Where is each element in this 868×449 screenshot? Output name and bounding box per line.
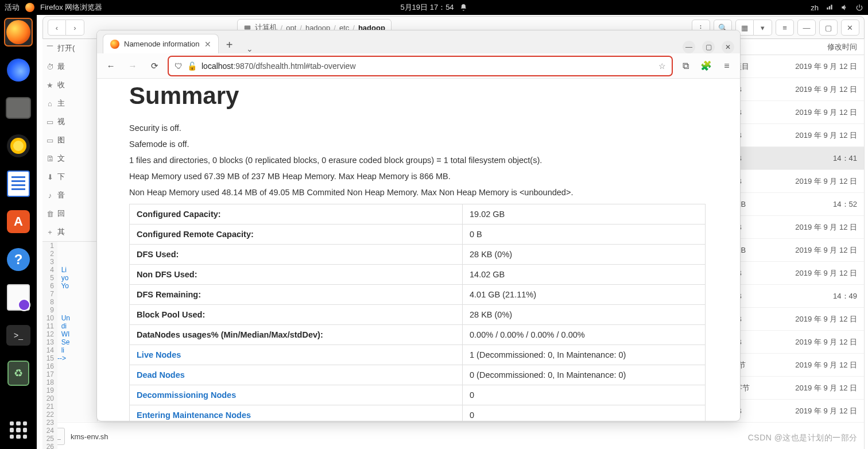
close-tab-icon[interactable]: ✕ xyxy=(204,40,211,49)
show-applications[interactable] xyxy=(10,421,27,439)
sidebar-item[interactable]: ⏱最 xyxy=(42,57,97,76)
file-mtime: 2019 年 9 月 12 日 xyxy=(784,268,864,278)
sidebar-item-label: 文 xyxy=(57,153,65,164)
window-close[interactable]: ✕ xyxy=(722,41,734,53)
summary-link[interactable]: Live Nodes xyxy=(137,350,181,359)
reload-button[interactable]: ⟳ xyxy=(146,58,162,74)
bookmark-star-icon[interactable]: ☆ xyxy=(658,61,666,71)
file-mtime: 2019 年 9 月 12 日 xyxy=(784,222,864,233)
summary-key: Configured Remote Capacity: xyxy=(130,225,463,245)
file-mtime: 14：49 xyxy=(784,291,864,301)
dock-writer[interactable] xyxy=(5,170,32,198)
dock-terminal[interactable]: >_ xyxy=(5,322,32,349)
dock-gedit[interactable] xyxy=(5,284,32,311)
summary-key: Configured Capacity: xyxy=(130,204,463,225)
file-row[interactable]: >_kms-env.sh xyxy=(43,423,864,449)
firefox-icon xyxy=(6,20,30,44)
url-rest: :9870/dfshealth.html#tab-overview xyxy=(233,61,355,71)
sidebar-item[interactable]: ★收 xyxy=(42,76,97,94)
app-menu-icon[interactable]: ≡ xyxy=(719,59,734,73)
summary-key: Block Pool Used: xyxy=(130,305,463,325)
sidebar-item[interactable]: 🖺文 xyxy=(42,149,97,168)
file-mtime: 2019 年 9 月 12 日 xyxy=(784,383,864,393)
tab-strip: Namenode information ✕ + ⌄ — ▢ ✕ xyxy=(97,30,740,53)
watermark: CSDN @这也是计划的一部分 xyxy=(748,433,858,443)
sidebar-icon: ♪ xyxy=(46,191,54,200)
files-icon xyxy=(6,97,31,119)
code-line: 19 xyxy=(42,386,97,394)
nonheap-memory: Non Heap Memory used 48.14 MB of 49.05 M… xyxy=(129,188,706,197)
input-language[interactable]: zh xyxy=(811,3,819,12)
col-mtime[interactable]: 修改时间 xyxy=(784,42,864,52)
table-row: DFS Used:28 KB (0%) xyxy=(130,245,706,265)
sidebar-item[interactable]: ⌂主 xyxy=(42,94,97,113)
sidebar-item[interactable]: ♪音 xyxy=(42,186,97,204)
summary-table: Configured Capacity:19.02 GBConfigured R… xyxy=(129,204,706,421)
back-button[interactable]: ← xyxy=(103,58,119,74)
network-icon[interactable] xyxy=(826,3,834,11)
code-line: 15--> xyxy=(42,354,97,362)
sidebar-icon: ⏱ xyxy=(46,63,54,71)
sidebar-item-label: 最 xyxy=(57,61,65,72)
new-tab-button[interactable]: + xyxy=(221,36,238,53)
window-maximize[interactable]: ▢ xyxy=(702,41,715,53)
open-dialog-label: 打开( xyxy=(42,39,97,57)
bell-icon xyxy=(460,3,468,11)
security-status: Security is off. xyxy=(129,123,706,133)
volume-icon[interactable] xyxy=(840,3,848,11)
pocket-icon[interactable]: ⧉ xyxy=(678,59,693,73)
menu-button[interactable]: ≡ xyxy=(776,20,794,36)
sidebar-item[interactable]: 🗑回 xyxy=(42,204,97,223)
dock-help[interactable]: ? xyxy=(5,246,32,273)
nav-back-button[interactable]: ‹ xyxy=(48,20,66,36)
software-icon xyxy=(7,210,30,233)
view-dropdown-button[interactable]: ▾ xyxy=(754,20,772,36)
code-line: 26 xyxy=(42,443,97,449)
window-maximize[interactable]: ▢ xyxy=(819,20,838,36)
tab-title: Namenode information xyxy=(124,40,200,48)
thunderbird-icon xyxy=(7,59,30,82)
sidebar-item-label: 其 xyxy=(57,227,65,237)
terminal-icon: >_ xyxy=(6,325,30,346)
code-line: 7 xyxy=(42,290,97,298)
summary-link[interactable]: Decommissioning Nodes xyxy=(137,390,236,400)
summary-link[interactable]: Entering Maintenance Nodes xyxy=(137,411,251,420)
gedit-editor-peek: 1234 Li5 yo6 Yo78910 Un11 di12 WI13 Se14… xyxy=(42,241,97,449)
trash-icon xyxy=(7,361,29,386)
code-line: 5 yo xyxy=(42,274,97,282)
sidebar-item-label: 收 xyxy=(57,80,65,90)
summary-key: DFS Remaining: xyxy=(130,285,463,305)
dock-files[interactable] xyxy=(5,94,32,122)
code-line: 10 Un xyxy=(42,314,97,322)
gedit-icon xyxy=(7,284,30,311)
summary-key: Decommissioning Nodes xyxy=(130,385,463,405)
sidebar-item[interactable]: ⬇下 xyxy=(42,168,97,186)
clock[interactable]: 5月19日 17：54 xyxy=(400,2,454,13)
summary-key: Non DFS Used: xyxy=(130,265,463,285)
summary-link[interactable]: Dead Nodes xyxy=(137,370,185,380)
summary-key: Dead Nodes xyxy=(130,365,463,385)
summary-value: 0 xyxy=(463,405,706,421)
dock-trash[interactable] xyxy=(5,359,32,387)
heap-memory: Heap Memory used 67.39 MB of 237 MB Heap… xyxy=(129,172,706,181)
window-minimize[interactable]: — xyxy=(683,41,695,53)
sidebar-item[interactable]: ▭视 xyxy=(42,113,97,131)
dock-rhythmbox[interactable] xyxy=(5,132,32,160)
file-mtime: 2019 年 9 月 12 日 xyxy=(784,245,864,256)
extensions-icon[interactable]: 🧩 xyxy=(699,59,714,73)
power-icon[interactable] xyxy=(855,3,863,11)
dock-software[interactable] xyxy=(5,208,32,235)
window-close[interactable]: ✕ xyxy=(841,20,859,36)
nav-forward-button[interactable]: › xyxy=(66,20,84,36)
table-row: Configured Remote Capacity:0 B xyxy=(130,225,706,245)
sidebar-item[interactable]: ▭图 xyxy=(42,131,97,149)
activities-button[interactable]: 活动 xyxy=(5,2,20,13)
url-bar[interactable]: 🛡 🔓 localhost:9870/dfshealth.html#tab-ov… xyxy=(168,56,672,76)
summary-value: 19.02 GB xyxy=(463,204,706,225)
browser-tab[interactable]: Namenode information ✕ xyxy=(103,34,219,53)
dock-firefox[interactable] xyxy=(5,18,32,46)
tabs-dropdown-icon[interactable]: ⌄ xyxy=(241,44,259,53)
sidebar-item[interactable]: +其 xyxy=(42,223,97,241)
dock-thunderbird[interactable] xyxy=(5,56,32,84)
window-minimize[interactable]: — xyxy=(797,20,816,36)
